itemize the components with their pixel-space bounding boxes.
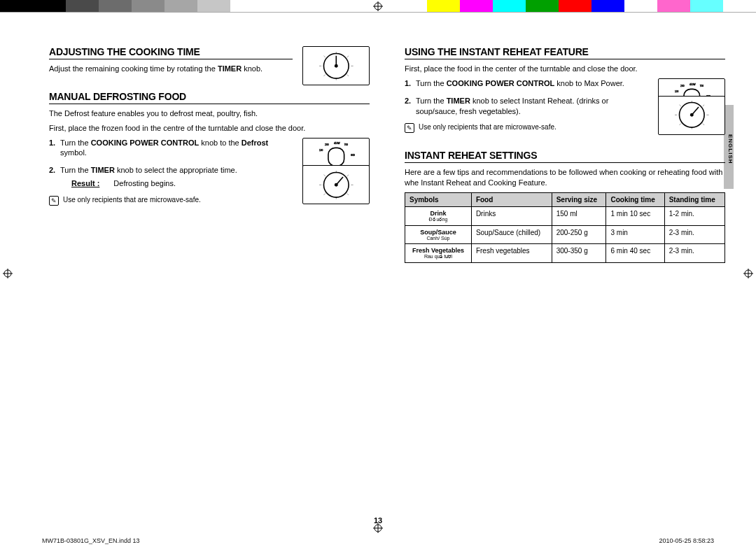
svg-line-56: [679, 105, 680, 106]
text: Turn the: [416, 97, 447, 105]
cell-symbol: Fresh VegetablesRau quả tươi: [405, 244, 472, 263]
th-food: Food: [471, 193, 552, 207]
cell-symbol: Soup/SauceCanh/ Súp: [405, 226, 472, 244]
table-row: Soup/SauceCanh/ SúpSoup/Sauce (chilled)2…: [405, 226, 725, 244]
text-bold: COOKING POWER CONTROL: [91, 138, 200, 147]
text-bold: TIMER: [218, 64, 241, 73]
text-bold: TIMER: [447, 97, 470, 105]
cell-serving: 200-250 g: [552, 226, 606, 244]
print-footer: MW71B-03801G_XSV_EN.indd 13 2010-05-25 8…: [0, 537, 756, 544]
reheat-settings-table: Symbols Food Serving size Cooking time S…: [405, 192, 725, 263]
cell-food: Soup/Sauce (chilled): [471, 226, 552, 244]
svg-line-33: [346, 175, 348, 176]
svg-line-31: [336, 177, 343, 185]
step-2: 2. Turn the TIMER knob to select the app…: [49, 165, 370, 189]
registration-mark-icon: [373, 1, 383, 11]
result-label: Result :: [71, 178, 99, 189]
page-content: Adjusting the cooking time Adjust the re…: [0, 13, 756, 516]
svg-text:450W: 450W: [334, 142, 340, 145]
footer-timestamp: 2010-05-25 8:58:23: [659, 537, 714, 544]
timer-knob-figure: [658, 96, 725, 135]
footer-filename: MW71B-03801G_XSV_EN.indd 13: [42, 537, 140, 544]
svg-line-35: [346, 193, 348, 194]
registration-mark-icon: [373, 523, 383, 533]
svg-line-48: [692, 107, 699, 115]
timer-knob-figure: [302, 46, 370, 85]
note-icon: ✎: [49, 196, 59, 206]
note-text: Use only recipients that are microwave-s…: [419, 123, 556, 131]
text: knob.: [241, 64, 262, 73]
cell-serving: 150 ml: [552, 207, 606, 226]
cell-standing: 2-3 min.: [664, 226, 724, 244]
body-text: First, place the frozen food in the cent…: [49, 123, 370, 134]
timer-knob-icon: [307, 49, 366, 83]
svg-rect-23: [328, 148, 344, 166]
svg-text:200: 200: [680, 85, 685, 87]
text-bold: COOKING POWER CONTROL: [447, 79, 555, 87]
section-adjust-cooking-time: Adjusting the cooking time Adjust the re…: [49, 46, 370, 74]
th-serving: Serving size: [552, 193, 606, 207]
svg-text:200: 200: [325, 143, 329, 146]
table-header-row: Symbols Food Serving size Cooking time S…: [405, 193, 725, 207]
heading: Using the instant reheat feature: [405, 46, 725, 59]
svg-line-54: [679, 124, 680, 125]
timer-knob-icon: [662, 98, 722, 132]
note-text: Use only recipients that are microwave-s…: [63, 196, 201, 204]
th-cooking: Cooking time: [606, 193, 664, 207]
step-1: 1. Turn the COOKING POWER CONTROL knob t…: [49, 138, 370, 159]
text-bold: Defrost: [241, 138, 269, 147]
cell-cooking: 1 min 10 sec: [606, 207, 664, 226]
svg-line-18: [346, 74, 348, 76]
svg-text:100: 100: [319, 149, 323, 152]
cell-food: Drinks: [471, 207, 552, 226]
body-text: First, place the food in the center of t…: [405, 64, 725, 74]
cell-serving: 300-350 g: [552, 244, 606, 263]
svg-line-52: [702, 124, 704, 125]
cell-symbol: DrinkĐồ uống: [405, 207, 472, 226]
section-manual-defrost: Manual Defrosting Food The Defrost featu…: [49, 91, 370, 206]
svg-line-37: [323, 193, 325, 194]
table-row: DrinkĐồ uốngDrinks150 ml1 min 10 sec1-2 …: [405, 207, 725, 226]
cell-food: Fresh vegetables: [471, 244, 552, 263]
heading: Instant reheat Settings: [405, 150, 725, 163]
text: Turn the: [416, 79, 447, 87]
heading: Manual Defrosting Food: [49, 91, 370, 104]
svg-line-20: [323, 74, 325, 76]
left-column: Adjusting the cooking time Adjust the re…: [49, 46, 375, 488]
cell-cooking: 3 min: [606, 226, 664, 244]
th-symbols: Symbols: [405, 193, 472, 207]
timer-knob-figure: [302, 165, 370, 204]
svg-text:700: 700: [344, 143, 348, 146]
cell-standing: 1-2 min.: [664, 207, 724, 226]
result-text: Defrosting begins.: [113, 178, 176, 189]
table-row: Fresh VegetablesRau quả tươiFresh vegeta…: [405, 244, 725, 263]
step-2: 2. Turn the TIMER knob to select Instant…: [405, 96, 725, 117]
text: Turn the: [60, 138, 91, 147]
text: knob to Max Power.: [554, 79, 624, 87]
body-text: Here are a few tips and recommendations …: [405, 167, 725, 188]
svg-text:700: 700: [699, 85, 704, 87]
right-column: Using the instant reheat feature First, …: [399, 46, 725, 488]
svg-text:100: 100: [675, 90, 679, 93]
body-text: Adjust the remaining cooking time by rot…: [49, 64, 293, 74]
svg-text:450W: 450W: [690, 83, 696, 85]
timer-knob-icon: [307, 168, 366, 202]
heading: Adjusting the cooking time: [49, 46, 293, 59]
text-bold: TIMER: [91, 166, 115, 174]
svg-text:800: 800: [351, 154, 355, 157]
step-1: 1. Turn the COOKING POWER CONTROL knob t…: [405, 78, 725, 89]
note-icon: ✎: [405, 123, 414, 133]
th-standing: Standing time: [664, 193, 724, 207]
text: knob to select the appropriate time.: [115, 166, 237, 174]
svg-line-39: [323, 175, 325, 176]
text: Turn the: [60, 166, 91, 174]
section-instant-reheat-settings: Instant reheat Settings Here are a few t…: [405, 150, 725, 263]
svg-line-16: [346, 55, 348, 57]
svg-line-50: [702, 105, 704, 106]
cell-cooking: 6 min 40 sec: [606, 244, 664, 263]
text: Adjust the remaining cooking time by rot…: [49, 64, 218, 73]
page-number: 13: [0, 516, 756, 525]
text: symbol.: [60, 148, 87, 157]
cell-standing: 2-3 min.: [664, 244, 724, 263]
svg-line-22: [323, 55, 325, 57]
